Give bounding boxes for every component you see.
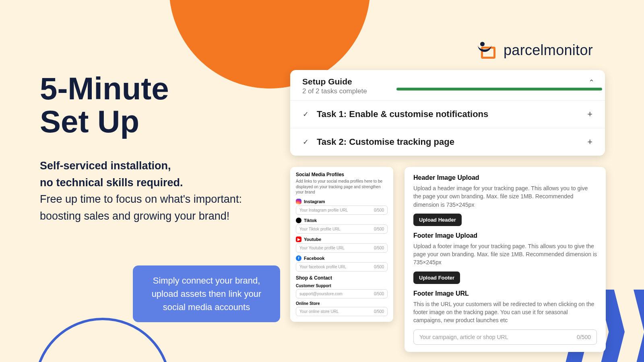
brand-logo-icon (479, 42, 498, 59)
blue-arc-decor (34, 318, 171, 362)
hero-subtext: Self-serviced installation, no technical… (40, 158, 249, 225)
check-icon: ✓ (303, 138, 309, 146)
expand-icon[interactable]: + (587, 137, 592, 147)
social-title: Social Media Profiles (296, 172, 388, 177)
expand-icon[interactable]: + (587, 109, 592, 119)
upload-footer-button[interactable]: Upload Footer (413, 272, 460, 284)
youtube-input[interactable]: Your Youtube profile URL 0/500 (296, 243, 388, 253)
footer-url-desc: This is the URL your customers will be r… (413, 300, 597, 325)
header-upload-title: Header Image Upload (413, 174, 597, 181)
task-title: Task 1: Enable & customise notifications (317, 109, 488, 119)
social-facebook: fFacebook Your facebook profile URL 0/50… (296, 255, 388, 272)
online-store-label: Online Store (296, 301, 388, 306)
tiktok-input[interactable]: Your Tiktok profile URL 0/500 (296, 224, 388, 234)
setup-guide-title: Setup Guide (302, 77, 593, 86)
hero-title: 5-Minute Set Up (40, 72, 249, 138)
youtube-icon: ▶ (296, 237, 301, 242)
upload-header-button[interactable]: Upload Header (413, 214, 462, 226)
facebook-icon: f (296, 255, 301, 261)
collapse-icon[interactable]: ⌃ (588, 78, 594, 87)
customer-support-label: Customer Support (296, 284, 388, 288)
customer-support-input[interactable]: support@yourstore.com 0/500 (296, 289, 388, 298)
online-store-input[interactable]: Your online store URL 0/500 (296, 307, 388, 316)
footer-upload-desc: Upload a footer image for your tracking … (413, 242, 597, 267)
social-desc: Add links to your social media profiles … (296, 179, 388, 195)
instagram-input[interactable]: Your Instagram profile URL 0/500 (296, 206, 388, 215)
social-media-card: Social Media Profiles Add links to your … (290, 167, 393, 322)
task-row-1[interactable]: ✓ Task 1: Enable & customise notificatio… (290, 100, 605, 128)
footer-url-input[interactable]: Your campaign, article or shop URL 0/500 (413, 329, 597, 345)
social-youtube: ▶Youtube Your Youtube profile URL 0/500 (296, 237, 388, 253)
instagram-icon (296, 199, 301, 204)
footer-url-title: Footer Image URL (413, 290, 597, 297)
social-tiktok: Tiktok Your Tiktok profile URL 0/500 (296, 218, 388, 234)
progress-bar (396, 88, 602, 90)
setup-guide-card: Setup Guide 2 of 2 tasks complete ⌃ ✓ Ta… (290, 70, 605, 156)
facebook-input[interactable]: Your facebook profile URL 0/500 (296, 262, 388, 272)
shop-contact-title: Shop & Contact (296, 275, 388, 281)
check-icon: ✓ (303, 110, 309, 119)
task-row-2[interactable]: ✓ Task 2: Customise tracking page + (290, 128, 605, 156)
brand-logo: parcelmonitor (479, 42, 593, 59)
upload-card: Header Image Upload Upload a header imag… (405, 167, 606, 352)
tiktok-icon (296, 218, 301, 223)
task-title: Task 2: Customise tracking page (317, 137, 454, 147)
callout-box: Simply connect your brand, upload assets… (133, 265, 280, 322)
brand-name: parcelmonitor (504, 42, 593, 59)
footer-upload-title: Footer Image Upload (413, 232, 597, 239)
header-upload-desc: Upload a header image for your tracking … (413, 184, 597, 209)
social-instagram: Instagram Your Instagram profile URL 0/5… (296, 199, 388, 215)
